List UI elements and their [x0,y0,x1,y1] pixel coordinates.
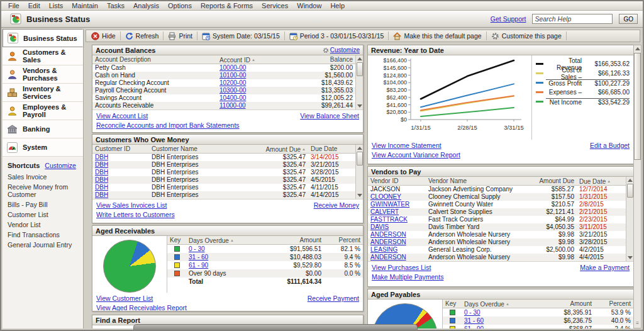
sidebar-item-banking[interactable]: Banking [3,120,83,138]
search-help-input[interactable] [532,14,613,24]
vendor-id-link[interactable]: CLOONEY [368,193,426,201]
go-button[interactable]: GO [619,14,638,24]
sidebar-item-employees-payroll[interactable]: Employees & Payroll [3,102,83,120]
shortcut-find-transactions[interactable]: Find Transactions [3,230,83,240]
svg-text:1/31/15: 1/31/15 [411,124,431,131]
receive-payment-link[interactable]: Receive Payment [308,295,359,302]
shortcut-general-journal-entry[interactable]: General Journal Entry [3,240,83,250]
customize-page-button[interactable]: Customize this page [488,31,565,41]
menu-help[interactable]: Help [326,1,349,10]
aged-percent: 2.4 % [594,325,633,328]
account-id-link[interactable]: 10300-00 [217,87,286,94]
account-id-link[interactable]: 10400-00 [217,94,286,102]
vendor-id-link[interactable]: CALVERT [368,208,426,216]
amount-due: $325.47 [245,191,308,199]
days-overdue-link[interactable]: 0 - 30 [186,245,255,253]
menu-services[interactable]: Services [257,1,292,10]
shortcut-bills-pay-bill[interactable]: Bills - Pay Bill [3,199,83,210]
sidebar-item-inventory-services[interactable]: Inventory & Services [3,84,83,102]
customer-id-link[interactable]: DBH [92,169,149,176]
account-id-link[interactable]: 10000-00 [217,64,286,72]
shortcut-vendor-list[interactable]: Vendor List [3,220,83,230]
menu-analysis[interactable]: Analysis [129,1,164,10]
period-button[interactable]: Period 3 - 03/01/15-03/31/15 [286,31,387,41]
content-vertical-scrollbar[interactable]: ≡ [633,45,641,328]
due-date: 4/5/2015 [308,176,355,184]
menu-file[interactable]: File [4,1,24,10]
refresh-button[interactable]: Refresh [122,31,162,41]
legend-row: Net Income$33,542.29 [536,97,630,106]
write-letters-link[interactable]: Write Letters to Customers [96,211,175,218]
view-income-statement-link[interactable]: View Income Statement [372,142,441,149]
aged-receivables-report-link[interactable]: View Aged Receivables Report [96,304,187,311]
days-overdue-link[interactable]: 61 - 90 [462,325,525,328]
amount-due: $9.98 [519,238,577,246]
key-swatch-cell [167,253,186,261]
table-row: 61 - 90$9,529.808.5 % [167,261,363,269]
shortcut-sales-invoice[interactable]: Sales Invoice [3,172,83,182]
menu-edit[interactable]: Edit [24,1,45,10]
shortcut-receive-money-from-customer[interactable]: Receive Money from Customer [3,182,83,199]
days-overdue-link[interactable]: 31 - 60 [462,317,525,325]
amount-due: $9.98 [519,231,577,238]
default-page-button[interactable]: Make this the default page [390,31,484,41]
make-a-payment-link[interactable]: Make a Payment [580,264,630,271]
menu-options[interactable]: Options [164,1,196,10]
account-id-link[interactable]: 10200-00 [217,79,286,87]
menu-maintain[interactable]: Maintain [67,1,103,10]
sidebar-item-business-status[interactable]: Business Status [3,29,83,47]
sidebar-item-customers-sales[interactable]: Customers & Sales [3,47,83,65]
view-account-list-link[interactable]: View Account List [96,112,148,120]
col-amount-due: Amount Due▲ [245,145,308,153]
customer-id-link[interactable]: DBH [92,161,149,169]
days-overdue-link[interactable]: 61 - 90 [186,261,255,269]
menu-reports-forms[interactable]: Reports & Forms [196,1,257,10]
get-support-link[interactable]: Get Support [491,15,526,23]
account-balances-scrollbar[interactable] [355,55,363,109]
sidebar-item-vendors-purchases[interactable]: Vendors & Purchases [3,65,83,84]
edit-budget-link[interactable]: Edit a Budget [590,142,630,149]
account-variance-report-link[interactable]: View Account Variance Report [372,151,460,159]
make-multiple-payments-link[interactable]: Make Multiple Payments [372,273,443,281]
legend-row: Cost of Sales –$66,126.33 [536,69,630,78]
vendor-id-link[interactable]: FASTTRACK [368,216,426,223]
customer-id-link[interactable]: DBH [92,176,149,184]
days-overdue-link[interactable]: 31 - 60 [186,253,255,261]
menu-lists[interactable]: Lists [45,1,68,10]
view-purchases-list-link[interactable]: View Purchases List [372,264,431,271]
sidebar-item-system[interactable]: System [3,138,83,157]
shortcut-customer-list[interactable]: Customer List [3,210,83,220]
account-id-link[interactable]: 11000-00 [217,102,286,109]
vendor-id-link[interactable]: LEASING [368,246,426,254]
amount-due: $9.98 [519,254,577,261]
customer-id-link[interactable]: DBH [92,154,149,161]
legend-swatch [536,63,543,65]
view-sales-invoices-link[interactable]: View Sales Invoices List [96,201,167,209]
table-row: ANDERSONAnderson Wholesale Nursery$9.983… [368,231,626,238]
vendor-id-link[interactable]: ANDERSON [368,231,426,238]
customer-id-link[interactable]: DBH [92,184,149,191]
reconcile-accounts-link[interactable]: Reconcile Accounts and Import Bank State… [96,121,240,129]
account-balances-customize-link[interactable]: Customize [330,47,360,53]
view-customer-list-link[interactable]: View Customer List [96,295,153,302]
customers-owe-scrollbar[interactable] [355,145,363,199]
due-date: 2/8/2015 [577,201,626,208]
menu-tasks[interactable]: Tasks [103,1,129,10]
vendor-id-link[interactable]: ANDERSON [368,238,426,246]
system-date-button[interactable]: System Date: 03/15/15 [199,31,283,41]
vendor-id-link[interactable]: ANDERSON [368,254,426,261]
view-balance-sheet-link[interactable]: View Balance Sheet [300,112,359,120]
vendor-id-link[interactable]: DAVIS [368,223,426,231]
vendor-id-link[interactable]: GWINWATER [368,201,426,208]
receive-money-link[interactable]: Receive Money [314,201,359,209]
days-overdue-link[interactable]: 0 - 30 [462,308,525,317]
customer-id-link[interactable]: DBH [92,191,149,199]
aged-amount: $0.00 [255,269,324,278]
account-id-link[interactable]: 10100-00 [217,72,286,79]
print-button[interactable]: Print [165,31,196,41]
hide-button[interactable]: Hide [88,31,119,41]
customize-page-label: Customize this page [502,32,562,40]
menu-window[interactable]: Window [292,1,326,10]
shortcuts-customize-link[interactable]: Customize [45,162,76,169]
vendors-scrollbar[interactable] [626,177,633,261]
